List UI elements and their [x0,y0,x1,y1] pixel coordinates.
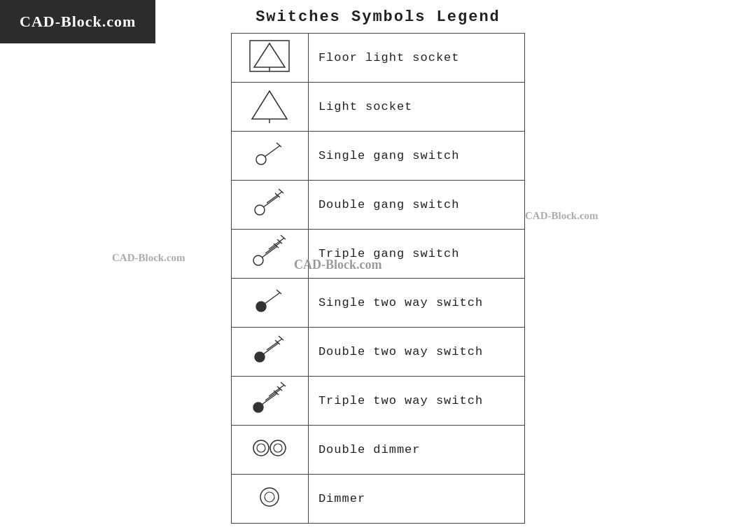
svg-point-8 [255,205,265,215]
label-double-dimmer: Double dimmer [308,426,524,475]
symbol-cell-triple-two-way [232,377,309,426]
svg-point-37 [270,440,286,456]
label-double-gang: Double gang switch [308,181,524,230]
svg-point-36 [257,444,265,452]
dimmer-icon [241,476,298,518]
label-floor-light-socket: Floor light socket [308,34,524,83]
table-row: Light socket [232,83,525,132]
svg-marker-1 [254,43,285,67]
symbol-cell-dimmer [232,475,309,524]
symbol-cell-single-two-way [232,279,309,328]
svg-point-28 [253,402,263,412]
symbol-cell-floor-light-socket [232,34,309,83]
svg-line-21 [265,293,280,304]
label-triple-two-way: Triple two way switch [308,377,524,426]
svg-point-38 [274,444,282,452]
svg-point-35 [253,440,269,456]
table-row: Triple gang switch [232,230,525,279]
label-single-two-way: Single two way switch [308,279,524,328]
triple-two-way-switch-icon [241,378,298,420]
svg-point-39 [260,488,279,506]
single-two-way-switch-icon [241,280,298,322]
svg-line-24 [263,343,279,354]
table-row: Dimmer [232,475,525,524]
double-dimmer-icon [241,427,298,469]
label-light-socket: Light socket [308,83,524,132]
table-row: Double two way switch [232,328,525,377]
triple-gang-switch-icon [241,231,298,273]
table-row: Single gang switch [232,132,525,181]
table-row: Floor light socket [232,34,525,83]
watermark-center: CAD-Block.com [112,252,186,264]
label-triple-gang: Triple gang switch [308,230,524,279]
double-two-way-switch-icon [241,329,298,371]
symbol-cell-double-gang [232,181,309,230]
table-row: Double gang switch [232,181,525,230]
svg-point-23 [255,352,265,362]
legend-table: Floor light socket Light socket [231,33,525,524]
svg-line-9 [263,196,279,207]
label-double-two-way: Double two way switch [308,328,524,377]
floor-light-socket-icon [241,35,298,77]
svg-point-20 [256,302,266,312]
table-row: Triple two way switch [232,377,525,426]
svg-point-40 [265,492,274,502]
table-row: Double dimmer [232,426,525,475]
svg-point-5 [256,155,266,164]
legend-table-container: Floor light socket Light socket [231,33,525,524]
label-single-gang: Single gang switch [308,132,524,181]
watermark-right: CAD-Block.com [525,210,598,222]
symbol-cell-double-two-way [232,328,309,377]
single-gang-switch-icon [241,133,298,175]
svg-marker-3 [252,91,287,119]
double-gang-switch-icon [241,182,298,224]
label-dimmer: Dimmer [308,475,524,524]
symbol-cell-double-dimmer [232,426,309,475]
table-row: Single two way switch [232,279,525,328]
svg-point-13 [253,255,263,265]
light-socket-icon [241,84,298,126]
symbol-cell-light-socket [232,83,309,132]
watermark-topleft: CAD-Block.com [0,0,155,43]
symbol-cell-triple-gang [232,230,309,279]
svg-line-6 [265,146,280,157]
symbol-cell-single-gang [232,132,309,181]
